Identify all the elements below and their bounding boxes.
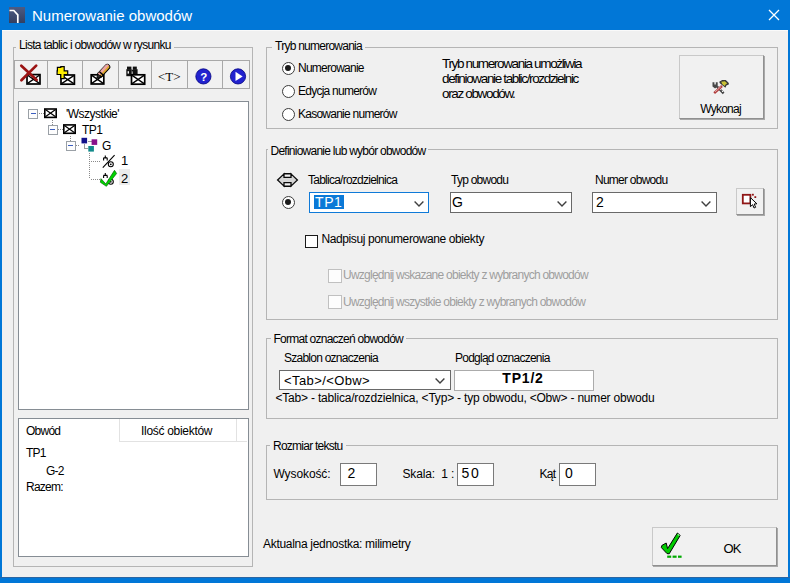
- svg-text:<T>: <T>: [158, 69, 181, 84]
- svg-text:?: ?: [200, 71, 207, 83]
